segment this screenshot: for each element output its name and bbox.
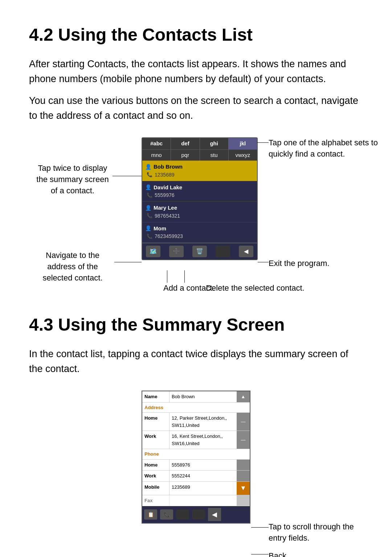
summary-bottom-bar: 📋 📞 ◀ [142,506,250,523]
ann-scroll-line [251,527,269,528]
phone-home-label: Home [142,460,170,471]
ann-alpha: Tap one of the alphabet sets toquickly f… [269,137,385,160]
contacts-list-diagram: #abc def ghi jkl mno pqr stu vwxyz 👤 Bob… [29,137,363,290]
work-address-button[interactable]: — [237,431,250,449]
home-address-label: Home [142,413,170,431]
alpha-jkl[interactable]: jkl [229,138,257,149]
ann-back-line [251,554,269,554]
ann-exit-line [258,262,269,262]
ann-back: Back [269,550,286,557]
navigate-button[interactable]: 🗺️ [146,246,160,257]
alpha-def[interactable]: def [171,138,200,149]
ann-navigate: Navigate to theaddress of theselected co… [29,250,116,283]
scroll-down-button[interactable]: ▼ [237,482,250,495]
contact-phone-mary: 📞 987654321 [145,212,254,220]
exit-button[interactable]: ◀ [239,246,253,257]
ann-navigate-line [114,262,142,262]
alpha-stu[interactable]: stu [200,150,229,161]
contacts-bottom-bar: 🗺️ ➕ 🗑️ ◀ [142,243,257,259]
alpha-bar-top: #abc def ghi jkl [142,138,257,149]
section2: 4.3 Using the Summary Screen In the cont… [29,312,363,557]
back-button[interactable]: ◀ [208,508,221,521]
fax-button[interactable] [237,495,250,506]
contact-phone-david: 📞 5559976 [145,191,254,199]
home-address-row: Home 12, Parker Street,London,, SW11,Uni… [142,413,250,431]
alpha-pqr[interactable]: pqr [171,150,200,161]
phone-header: Phone [142,449,250,460]
summary-phone-ui: Name Bob Brown ▲ Address Home 12, Parker… [142,391,250,524]
contact-row-david[interactable]: 👤 David Lake 📞 5559976 [142,181,257,202]
fax-row: Fax [142,495,250,506]
contact-row-mom[interactable]: 👤 Mom 📞 7623459923 [142,222,257,243]
contact-name-david: 👤 David Lake [145,183,254,192]
ann-tap-twice: Tap twice to displaythe summary screenof… [29,163,116,196]
phone-work-row: Work 5552244 [142,471,250,482]
phone-home-value: 5558976 [170,460,237,471]
ann-tap-twice-line [113,176,142,176]
summary-name-row: Name Bob Brown ▲ [142,391,250,403]
phone-mobile-label: Mobile [142,482,170,495]
add-contact-button[interactable]: ➕ [169,246,184,257]
phone-work-value: 5552244 [170,471,237,481]
section1-heading: 4.2 Using the Contacts List [29,22,363,48]
work-address-label: Work [142,431,170,449]
contact-phone-bob: 📞 1235689 [145,171,254,179]
work-address-row: Work 16, Kent Street,London,, SW16,Unite… [142,431,250,449]
phone-mobile-row: Mobile 1235689 ▼ [142,482,250,495]
phone-work-button[interactable] [237,471,250,481]
ann-add-line [167,270,167,283]
home-address-value: 12, Parker Street,London,, SW11,United [170,413,237,431]
summary-action-button[interactable]: 📞 [160,509,173,520]
phone-home-button[interactable] [237,460,250,471]
summary-spacer1 [176,509,189,520]
section1-para2: You can use the various buttons on the s… [29,93,363,123]
name-label: Name [142,391,170,402]
summary-spacer2 [192,509,205,520]
spacer-button [216,246,230,257]
phone-mobile-value: 1235689 [170,482,237,495]
alpha-vwxyz[interactable]: vwxyz [229,150,257,161]
phone-home-row: Home 5558976 [142,460,250,471]
phone-work-label: Work [142,471,170,481]
summary-edit-button[interactable]: 📋 [144,509,157,520]
contact-phone-mom: 📞 7623459923 [145,233,254,240]
contact-row-bob[interactable]: 👤 Bob Brown 📞 1235689 [142,161,257,181]
alpha-bar-bottom: mno pqr stu vwxyz [142,149,257,161]
ann-exit: Exit the program. [269,258,330,269]
alpha-mno[interactable]: mno [142,150,171,161]
contact-name-bob: 👤 Bob Brown [145,163,254,171]
contact-name-mary: 👤 Mary Lee [145,204,254,212]
ann-delete-line [184,270,185,283]
contacts-phone-ui: #abc def ghi jkl mno pqr stu vwxyz 👤 Bob… [142,137,258,260]
contact-row-mary[interactable]: 👤 Mary Lee 📞 987654321 [142,202,257,222]
name-value: Bob Brown [170,391,237,402]
summary-screen-diagram: Name Bob Brown ▲ Address Home 12, Parker… [29,391,363,557]
name-up-button[interactable]: ▲ [237,391,250,402]
ann-delete: Delete the selected contact. [181,283,305,294]
ann-alpha-line [257,142,269,143]
fax-label: Fax [142,495,170,506]
alpha-abc[interactable]: #abc [142,138,171,149]
alpha-ghi[interactable]: ghi [200,138,229,149]
section2-heading: 4.3 Using the Summary Screen [29,312,363,338]
ann-scroll: Tap to scroll through theentry fields. [269,521,385,544]
home-address-button[interactable]: — [237,413,250,431]
delete-contact-button[interactable]: 🗑️ [192,246,207,257]
address-header: Address [142,403,250,413]
contact-name-mom: 👤 Mom [145,225,254,233]
fax-value [170,495,237,506]
section1-para1: After starting Contacts, the contacts li… [29,57,363,86]
work-address-value: 16, Kent Street,London,, SW16,United [170,431,237,449]
section2-para1: In the contact list, tapping a contact t… [29,347,363,376]
